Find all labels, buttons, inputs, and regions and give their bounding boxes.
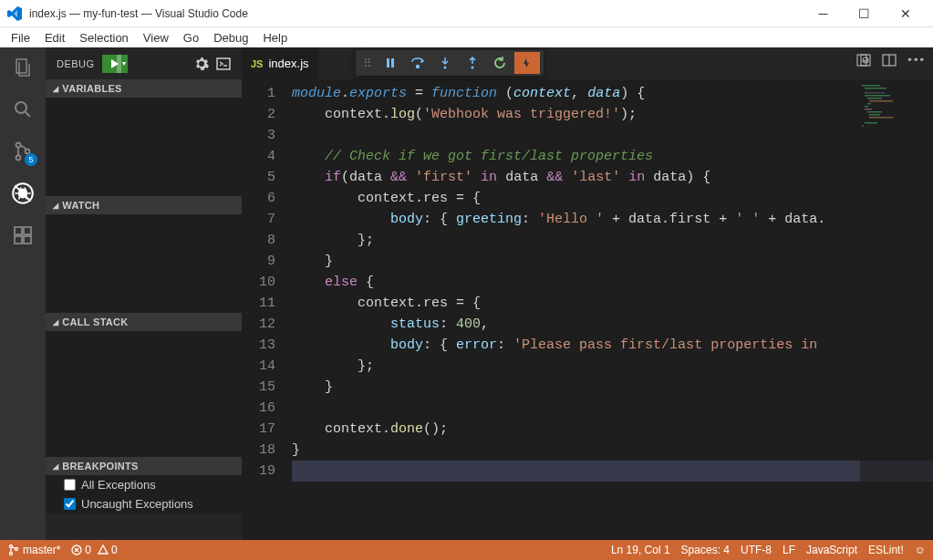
svg-rect-7	[15, 227, 22, 234]
breakpoint-item[interactable]: Uncaught Exceptions	[46, 494, 242, 513]
status-bar: master* 0 0 Ln 19, Col 1 Spaces: 4 UTF-8…	[0, 540, 933, 560]
cursor-position[interactable]: Ln 19, Col 1	[611, 544, 670, 556]
editor-tabs: JS index.js	[242, 47, 933, 79]
extensions-icon[interactable]	[10, 223, 36, 248]
svg-rect-32	[869, 117, 893, 119]
step-out-button[interactable]	[460, 52, 485, 74]
svg-rect-9	[24, 236, 31, 244]
indentation[interactable]: Spaces: 4	[681, 544, 730, 556]
menu-edit[interactable]: Edit	[37, 29, 72, 47]
svg-rect-27	[867, 103, 871, 105]
eol[interactable]: LF	[783, 544, 795, 556]
titlebar: index.js — my-fun-test — Visual Studio C…	[0, 0, 933, 27]
activity-bar: 5	[0, 47, 46, 540]
svg-rect-23	[865, 92, 885, 94]
encoding[interactable]: UTF-8	[741, 544, 772, 556]
watch-section[interactable]: ◢WATCH	[46, 196, 242, 214]
maximize-button[interactable]: ☐	[844, 0, 885, 26]
debug-icon[interactable]	[10, 181, 36, 206]
svg-point-37	[16, 548, 18, 551]
svg-rect-29	[865, 109, 872, 110]
language-mode[interactable]: JavaScript	[806, 544, 857, 556]
editor: JS index.js ⠿ ••• 1234567891011121314151…	[242, 47, 933, 540]
minimap[interactable]	[860, 79, 933, 540]
drag-handle-icon[interactable]: ⠿	[359, 57, 376, 70]
svg-point-3	[16, 156, 21, 161]
breakpoint-checkbox[interactable]	[64, 479, 76, 491]
svg-rect-34	[862, 125, 864, 127]
debug-config-icon[interactable]	[194, 57, 209, 71]
breakpoints-section[interactable]: ◢BREAKPOINTS	[46, 457, 242, 475]
debug-console-icon[interactable]	[216, 57, 231, 71]
eslint-status[interactable]: ESLint!	[868, 544, 904, 556]
scm-badge: 5	[25, 153, 37, 166]
debug-sidebar: DEBUG ▾ ◢VARIABLES ◢WATCH ◢CALL STACK ◢B…	[46, 47, 242, 540]
svg-point-19	[863, 57, 868, 63]
tab-filename: index.js	[268, 57, 308, 70]
menu-go[interactable]: Go	[176, 29, 206, 47]
search-icon[interactable]	[10, 97, 36, 122]
menu-debug[interactable]: Debug	[206, 29, 255, 47]
vscode-logo-icon	[7, 6, 22, 21]
svg-rect-22	[865, 88, 886, 89]
debug-label: DEBUG	[57, 58, 95, 69]
menu-selection[interactable]: Selection	[72, 29, 135, 47]
pause-button[interactable]	[378, 52, 403, 74]
split-editor-icon[interactable]	[882, 53, 897, 67]
tab-indexjs[interactable]: JS index.js	[242, 47, 319, 79]
callstack-section[interactable]: ◢CALL STACK	[46, 313, 242, 331]
stop-button[interactable]	[514, 52, 540, 74]
svg-rect-33	[865, 122, 877, 124]
svg-rect-8	[15, 236, 22, 244]
breakpoint-label: Uncaught Exceptions	[81, 497, 193, 511]
svg-point-36	[10, 553, 13, 555]
js-file-icon: JS	[251, 58, 263, 69]
variables-section[interactable]: ◢VARIABLES	[46, 79, 242, 98]
svg-rect-10	[24, 227, 31, 234]
svg-rect-13	[391, 58, 394, 67]
breakpoint-checkbox[interactable]	[64, 498, 76, 510]
svg-rect-24	[865, 95, 890, 97]
svg-point-2	[16, 143, 21, 148]
code-editor[interactable]: 12345678910111213141516171819 module.exp…	[242, 79, 933, 540]
window-title: index.js — my-fun-test — Visual Studio C…	[29, 7, 803, 20]
editor-actions: •••	[856, 53, 926, 67]
svg-rect-21	[862, 85, 880, 87]
svg-rect-12	[387, 58, 389, 67]
svg-point-1	[16, 102, 26, 113]
debug-toolbar[interactable]: ⠿	[356, 50, 544, 76]
feedback-icon[interactable]: ☺	[915, 544, 926, 556]
svg-rect-17	[857, 55, 866, 66]
window-controls: ─ ☐ ✕	[803, 0, 926, 26]
source-control-icon[interactable]: 5	[10, 139, 36, 164]
changes-icon[interactable]	[856, 53, 871, 67]
close-button[interactable]: ✕	[885, 0, 926, 26]
more-actions-icon[interactable]: •••	[907, 53, 926, 67]
menu-help[interactable]: Help	[255, 29, 295, 47]
breakpoint-item[interactable]: All Exceptions	[46, 475, 242, 494]
debug-header: DEBUG ▾	[46, 47, 242, 79]
menu-file[interactable]: File	[4, 29, 37, 47]
minimize-button[interactable]: ─	[803, 0, 844, 26]
step-into-button[interactable]	[432, 52, 458, 74]
svg-rect-31	[869, 114, 880, 116]
start-debug-button[interactable]: ▾	[102, 55, 128, 73]
svg-rect-26	[869, 100, 893, 102]
explorer-icon[interactable]	[10, 55, 36, 80]
svg-rect-28	[865, 106, 868, 108]
step-over-button[interactable]	[405, 52, 430, 74]
svg-point-16	[472, 67, 474, 69]
restart-button[interactable]	[487, 52, 513, 74]
svg-rect-30	[867, 111, 882, 113]
svg-point-15	[444, 67, 447, 69]
git-branch[interactable]: master*	[7, 544, 60, 556]
menubar: File Edit Selection View Go Debug Help	[0, 27, 933, 47]
svg-rect-0	[16, 59, 26, 73]
svg-point-14	[417, 66, 420, 68]
menu-view[interactable]: View	[136, 29, 176, 47]
svg-rect-25	[867, 98, 882, 99]
problems[interactable]: 0 0	[71, 544, 117, 556]
breakpoint-label: All Exceptions	[81, 478, 156, 492]
